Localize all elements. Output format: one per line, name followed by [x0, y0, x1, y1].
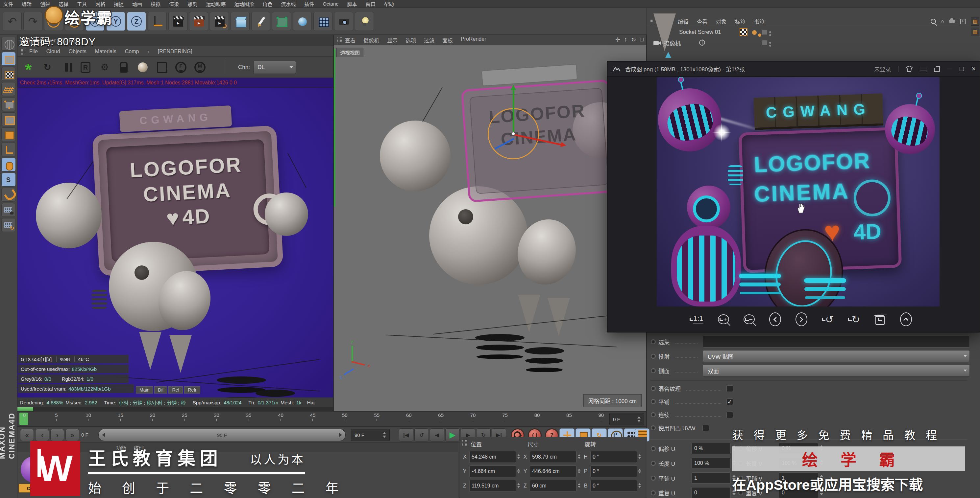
render-settings-button[interactable]: ⚙ — [210, 12, 229, 31]
menu-icon[interactable] — [920, 67, 927, 71]
add-panel-icon[interactable] — [960, 19, 966, 24]
stepper-icon[interactable] — [638, 483, 641, 488]
side-select[interactable]: 双面 — [703, 365, 970, 376]
menu-item[interactable]: 编辑 — [22, 0, 32, 7]
range-grip-left[interactable] — [102, 433, 105, 437]
axis-mode-icon[interactable] — [1, 143, 16, 156]
octane-menu-item[interactable]: File — [29, 49, 38, 54]
points-mode-icon[interactable] — [1, 97, 16, 111]
rotation-field[interactable]: 0 ° — [590, 451, 637, 463]
radio-icon[interactable] — [651, 386, 656, 391]
pass-tab[interactable]: Ref — [169, 386, 183, 393]
stepper-icon[interactable] — [578, 454, 581, 459]
position-field[interactable]: 54.248 cm — [469, 451, 516, 463]
visibility-dots[interactable] — [762, 30, 771, 35]
login-status[interactable]: 未登录 — [874, 65, 891, 73]
restart-render-icon[interactable]: ↻ — [41, 61, 54, 74]
pass-tab[interactable]: Refr — [184, 386, 200, 393]
zoom-1to1-button[interactable]: 1:1 — [690, 313, 703, 326]
object-row[interactable]: Socket Screw 01 — [647, 27, 980, 38]
pass-tab[interactable]: Dif — [154, 386, 167, 393]
stepper-icon[interactable] — [383, 432, 386, 438]
u-value-field[interactable]: 0 % — [691, 443, 731, 454]
object-manager-menu-item[interactable]: 编辑 — [678, 17, 688, 25]
menu-item[interactable]: 流水线 — [281, 0, 296, 7]
polygons-mode-icon[interactable] — [1, 127, 16, 141]
viewport-menu-item[interactable]: ProRender — [461, 36, 486, 44]
menu-item[interactable]: 捕捉 — [114, 0, 124, 7]
u-value-field[interactable]: 0 — [691, 487, 731, 498]
viewport-label[interactable]: 透视视图 — [336, 48, 363, 57]
u-value-field[interactable]: 100 % — [691, 458, 731, 469]
close-icon[interactable]: × — [972, 65, 976, 73]
viewport-solo-icon[interactable] — [1, 158, 16, 171]
radio-icon[interactable] — [651, 425, 656, 430]
viewport-move-icon[interactable]: ✛ — [615, 36, 620, 43]
range-grip-right[interactable] — [339, 433, 342, 437]
tile-checkbox[interactable]: ✓ — [727, 398, 733, 405]
light-button[interactable] — [355, 12, 374, 31]
panel-grip-icon[interactable] — [462, 440, 467, 446]
menu-item[interactable]: 运动图形 — [234, 0, 254, 7]
array-grid-button[interactable] — [313, 12, 332, 31]
viewport-menu-item[interactable]: 选项 — [406, 36, 416, 44]
edges-mode-icon[interactable] — [1, 113, 16, 126]
zoom-out-icon[interactable]: − — [743, 314, 755, 324]
region-render-icon[interactable]: R — [79, 61, 92, 74]
coord-system-button[interactable] — [148, 12, 167, 31]
seamless-checkbox[interactable] — [727, 412, 733, 418]
primitive-cube-button[interactable] — [231, 12, 250, 31]
viewport-menu-item[interactable]: 面板 — [442, 36, 453, 44]
cloud-icon[interactable] — [949, 20, 955, 23]
y-axis-handle[interactable] — [513, 89, 514, 134]
panel-grip-icon[interactable] — [21, 49, 25, 54]
volume-sphere-button[interactable] — [293, 12, 312, 31]
radio-icon[interactable] — [651, 446, 656, 451]
timeline-nav-next-button[interactable]: › — [50, 429, 64, 441]
timeline-nav-last-button[interactable]: » — [65, 429, 79, 441]
home-icon[interactable]: ⌂ — [940, 18, 944, 25]
material-ball-icon[interactable] — [137, 61, 149, 74]
timeline-nav-first-button[interactable]: « — [20, 429, 34, 441]
menu-item[interactable]: 创建 — [40, 0, 50, 7]
make-editable-icon[interactable] — [1, 37, 16, 51]
menu-item[interactable]: 渲染 — [169, 0, 179, 7]
rotate-ccw-icon[interactable]: ↺ — [822, 313, 834, 326]
rotation-field[interactable]: 0 ° — [590, 465, 637, 477]
u-value-field[interactable]: 1 — [691, 473, 731, 484]
pen-spline-button[interactable] — [251, 12, 270, 31]
menu-item[interactable]: Octane — [323, 1, 338, 6]
octane-menu-item[interactable]: Materials — [95, 49, 116, 54]
position-field[interactable]: 119.519 cm — [469, 480, 516, 492]
next-image-icon[interactable] — [795, 312, 807, 326]
channel-select[interactable]: DL — [253, 61, 296, 74]
viewer-titlebar[interactable]: 合成图.png (1.58MB , 1301x1080像素) - 第1/2张 未… — [608, 62, 980, 76]
focus-picker-icon[interactable]: F — [175, 61, 187, 74]
object-row[interactable]: 摄像机 — [647, 38, 980, 48]
octane-render-view[interactable]: CGWANG LOGOFOR CINEMA ♥4D GTX 650[T][3]%… — [18, 88, 333, 411]
radio-icon[interactable] — [651, 476, 656, 481]
stepper-icon[interactable] — [637, 416, 641, 422]
timeline-ruler[interactable]: 051015202530354045505560657075808590 0 F — [17, 411, 646, 427]
planar-workplane-icon[interactable] — [1, 218, 16, 232]
gizmo-center[interactable] — [511, 132, 515, 136]
stepper-icon[interactable] — [578, 469, 581, 473]
pick-region-icon[interactable] — [156, 61, 168, 74]
object-manager-menu-item[interactable]: 对象 — [716, 17, 727, 25]
selection-input[interactable] — [703, 336, 970, 347]
radio-icon[interactable] — [651, 399, 656, 404]
visibility-dots[interactable] — [762, 40, 771, 45]
radio-icon[interactable] — [651, 354, 656, 359]
maximize-icon[interactable] — [959, 67, 964, 71]
viewport-menu-item[interactable]: 摄像机 — [363, 36, 379, 44]
object-tag-icon[interactable] — [740, 28, 748, 36]
collapse-toolbar-icon[interactable] — [900, 312, 912, 326]
stepper-icon[interactable] — [578, 483, 581, 488]
render-to-pv-button[interactable] — [189, 12, 208, 31]
size-field[interactable]: 598.79 cm — [530, 451, 576, 463]
menu-item[interactable]: 模拟 — [151, 0, 161, 7]
magnet-icon[interactable] — [1, 188, 16, 202]
minimize-icon[interactable] — [947, 69, 952, 69]
pass-tab[interactable]: Main — [136, 386, 153, 393]
rendered-image[interactable]: CGWANG LOGOFOR CINEMA ♥ 4D — [657, 77, 940, 306]
